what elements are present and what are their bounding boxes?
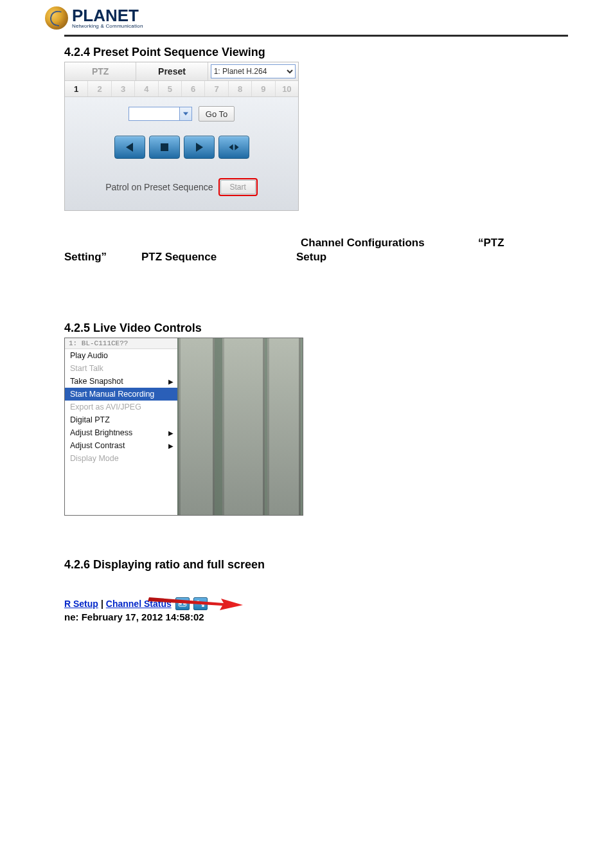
- link-channel-status[interactable]: Channel Status: [106, 599, 172, 609]
- fullscreen-button[interactable]: [193, 597, 208, 610]
- preset-number-2[interactable]: 2: [88, 81, 111, 96]
- preset-number-10[interactable]: 10: [276, 81, 298, 96]
- playback-row: [71, 136, 292, 159]
- triangle-left-icon: [124, 141, 136, 153]
- preset-combo-input[interactable]: [129, 107, 179, 121]
- menu-item-start-manual-recording[interactable]: Start Manual Recording: [65, 388, 177, 401]
- preset-number-1[interactable]: 1: [65, 81, 88, 96]
- stretch-horizontal-icon: [179, 601, 186, 607]
- logo-text-sub: Networking & Communication: [72, 24, 143, 29]
- logo-text-main: PLANET: [72, 7, 143, 24]
- menu-item-label: Start Manual Recording: [70, 390, 154, 399]
- chevron-down-icon: [183, 111, 188, 116]
- timestamp-text: ne: February 17, 2012 14:58:02: [64, 611, 549, 622]
- context-menu-title: 1: BL-C111CE??: [65, 338, 177, 349]
- preset-number-5[interactable]: 5: [159, 81, 182, 96]
- menu-item-label: Start Talk: [70, 364, 103, 373]
- video-preview: [177, 338, 303, 515]
- menu-item-label: Digital PTZ: [70, 415, 110, 424]
- header-logo-bar: PLANET Networking & Communication: [0, 0, 613, 35]
- para-word-4: PTZ Sequence: [141, 251, 217, 264]
- section-heading-preset: 4.2.4 Preset Point Sequence Viewing: [64, 46, 549, 59]
- preset-panel: PTZ Preset 1: Planet H.264 12345678910 G…: [64, 62, 299, 211]
- stop-button[interactable]: [149, 136, 180, 159]
- tab-ptz[interactable]: PTZ: [65, 62, 136, 80]
- planet-globe-icon: [45, 6, 68, 30]
- submenu-arrow-icon: ▶: [168, 442, 173, 449]
- start-button[interactable]: Start: [220, 180, 256, 194]
- menu-item-play-audio[interactable]: Play Audio: [65, 349, 177, 362]
- preset-panel-header: PTZ Preset 1: Planet H.264: [65, 62, 298, 81]
- tab-preset[interactable]: Preset: [136, 62, 208, 80]
- prev-button[interactable]: [114, 136, 145, 159]
- menu-item-adjust-contrast[interactable]: Adjust Contrast▶: [65, 439, 177, 452]
- section-heading-live-controls: 4.2.5 Live Video Controls: [64, 321, 549, 335]
- patrol-row: Patrol on Preset Sequence Start: [71, 178, 292, 199]
- preset-number-3[interactable]: 3: [112, 81, 135, 96]
- prev-next-button[interactable]: [218, 136, 249, 159]
- para-word-1: Channel Configurations: [301, 237, 425, 249]
- channel-select[interactable]: 1: Planet H.264: [211, 64, 296, 78]
- svg-rect-0: [161, 143, 168, 151]
- menu-item-label: Play Audio: [70, 351, 108, 360]
- menu-item-label: Take Snapshot: [70, 377, 123, 386]
- video-pillar: [267, 338, 301, 515]
- menu-item-digital-ptz[interactable]: Digital PTZ: [65, 413, 177, 426]
- submenu-arrow-icon: ▶: [168, 378, 173, 385]
- preset-number-row: 12345678910: [65, 81, 298, 97]
- submenu-arrow-icon: ▶: [168, 429, 173, 437]
- menu-item-start-talk: Start Talk: [65, 362, 177, 375]
- preset-number-9[interactable]: 9: [252, 81, 275, 96]
- goto-row: Go To: [71, 106, 292, 122]
- separator: |: [101, 599, 103, 609]
- menu-item-take-snapshot[interactable]: Take Snapshot▶: [65, 375, 177, 388]
- video-pillar: [179, 338, 215, 515]
- ratio-screenshot: R Setup | Channel Status: [64, 597, 549, 622]
- live-video-panel: 1: BL-C111CE?? Play AudioStart TalkTake …: [64, 338, 303, 516]
- preset-number-7[interactable]: 7: [205, 81, 228, 96]
- preset-number-4[interactable]: 4: [135, 81, 158, 96]
- section-heading-ratio: 4.2.6 Displaying ratio and full screen: [64, 558, 549, 572]
- square-stop-icon: [159, 141, 170, 153]
- channel-select-wrap: 1: Planet H.264: [208, 62, 298, 80]
- menu-item-label: Export as AVI/JPEG: [70, 402, 141, 411]
- menu-item-export-as-avi-jpeg: Export as AVI/JPEG: [65, 401, 177, 413]
- paragraph-block: Channel Configurations “PTZ Setting” PTZ…: [64, 237, 549, 264]
- triangle-right-icon: [193, 141, 205, 153]
- left-right-arrows-icon: [228, 141, 240, 153]
- patrol-label: Patrol on Preset Sequence: [105, 182, 213, 192]
- start-highlight-box: Start: [218, 178, 258, 196]
- fullscreen-icon: [197, 601, 204, 607]
- para-word-3: Setting”: [64, 251, 107, 264]
- menu-item-label: Display Mode: [70, 454, 119, 463]
- link-r-setup[interactable]: R Setup: [64, 599, 98, 609]
- aspect-ratio-button[interactable]: [175, 597, 190, 610]
- menu-item-display-mode: Display Mode: [65, 452, 177, 465]
- header-divider: [64, 35, 568, 37]
- menu-item-label: Adjust Brightness: [70, 428, 132, 437]
- next-button[interactable]: [184, 136, 215, 159]
- video-pillar: [222, 338, 265, 515]
- preset-combo[interactable]: [129, 107, 192, 121]
- para-word-5: Setup: [296, 251, 326, 264]
- menu-item-label: Adjust Contrast: [70, 441, 125, 450]
- preset-number-8[interactable]: 8: [229, 81, 252, 96]
- preset-number-6[interactable]: 6: [182, 81, 205, 96]
- preset-combo-dropdown-button[interactable]: [179, 107, 192, 121]
- logo: PLANET Networking & Communication: [45, 6, 613, 30]
- goto-button[interactable]: Go To: [199, 106, 235, 122]
- menu-item-adjust-brightness[interactable]: Adjust Brightness▶: [65, 426, 177, 439]
- para-word-2: “PTZ: [478, 237, 504, 249]
- context-menu: 1: BL-C111CE?? Play AudioStart TalkTake …: [65, 338, 177, 515]
- ratio-toolbar: R Setup | Channel Status: [64, 597, 549, 610]
